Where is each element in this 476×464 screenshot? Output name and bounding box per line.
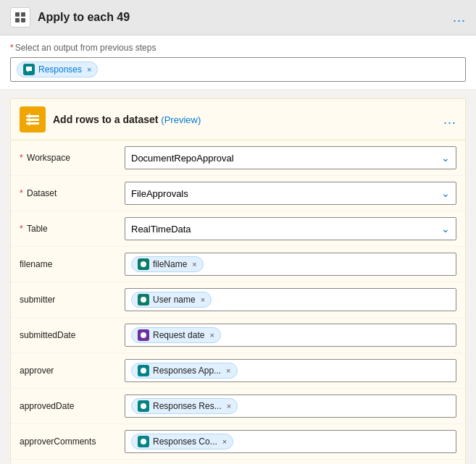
- responses-token[interactable]: Responses ×: [17, 62, 98, 77]
- svg-rect-4: [26, 115, 39, 117]
- token-field-submitter[interactable]: User name×: [125, 288, 456, 311]
- svg-point-9: [141, 297, 146, 303]
- token-label: Responses Co...: [153, 436, 217, 447]
- token-close[interactable]: ×: [209, 331, 214, 339]
- form-label-Table: * Table: [20, 224, 125, 234]
- form-row: submitterUser name×: [11, 282, 465, 318]
- token-icon: [138, 400, 149, 412]
- required-marker: *: [10, 43, 14, 53]
- form-row: submittedDateRequest date×: [11, 318, 465, 353]
- svg-rect-7: [28, 113, 30, 126]
- token-approverComments[interactable]: Responses Co...×: [131, 434, 233, 450]
- svg-point-10: [141, 332, 146, 338]
- form-fields: * WorkspaceDocumentRepoApproval⌄* Datase…: [11, 140, 465, 464]
- card-header: Add rows to a dataset (Preview) ...: [11, 99, 465, 140]
- token-icon: [138, 258, 149, 270]
- responses-token-label: Responses: [38, 64, 82, 75]
- token-close[interactable]: ×: [222, 437, 227, 446]
- card-icon: [20, 106, 46, 132]
- token-label: Responses Res...: [153, 401, 222, 411]
- token-field-approver[interactable]: Responses App...×: [125, 359, 456, 382]
- dropdown-value: DocumentRepoApproval: [131, 153, 234, 164]
- header-more-button[interactable]: ...: [453, 10, 466, 25]
- form-row: approverCommentsResponses Co...×: [11, 424, 465, 460]
- required-star: *: [20, 153, 25, 163]
- output-field[interactable]: Responses ×: [10, 57, 466, 82]
- token-label: Request date: [153, 330, 204, 340]
- svg-rect-5: [26, 119, 39, 121]
- token-submittedDate[interactable]: Request date×: [131, 327, 221, 343]
- svg-point-13: [141, 439, 146, 444]
- dropdown-value: RealTimeData: [131, 224, 191, 235]
- form-row: * DatasetFileApprovals⌄: [11, 176, 465, 211]
- token-label: User name: [153, 295, 196, 305]
- form-label-Dataset: * Dataset: [20, 188, 125, 198]
- token-approver[interactable]: Responses App...×: [131, 363, 238, 379]
- dropdown-Workspace[interactable]: DocumentRepoApproval⌄: [125, 146, 456, 169]
- token-field-approvedDate[interactable]: Responses Res...×: [125, 395, 456, 418]
- svg-rect-2: [15, 18, 20, 22]
- svg-point-11: [141, 368, 146, 374]
- form-row: * WorkspaceDocumentRepoApproval⌄: [11, 140, 465, 176]
- form-row: * TableRealTimeData⌄: [11, 211, 465, 247]
- svg-rect-6: [26, 122, 39, 125]
- card-more-button[interactable]: ...: [443, 112, 456, 127]
- required-star: *: [20, 224, 25, 234]
- form-label-approvedDate: approvedDate: [20, 401, 125, 411]
- add-rows-card: Add rows to a dataset (Preview) ... * Wo…: [10, 98, 466, 464]
- token-field-approverComments[interactable]: Responses Co...×: [125, 430, 456, 453]
- svg-rect-1: [21, 12, 25, 17]
- select-output-label: *Select an output from previous steps: [10, 43, 466, 53]
- header-icon: [10, 7, 30, 28]
- token-close[interactable]: ×: [201, 295, 205, 304]
- responses-token-close[interactable]: ×: [87, 65, 91, 74]
- svg-point-12: [141, 403, 146, 409]
- card-title: Add rows to a dataset (Preview): [53, 114, 436, 125]
- token-filename[interactable]: fileName×: [131, 256, 204, 272]
- dropdown-Dataset[interactable]: FileApprovals⌄: [125, 182, 456, 205]
- responses-token-icon: [23, 64, 35, 75]
- token-close[interactable]: ×: [227, 402, 231, 410]
- form-label-approverComments: approverComments: [20, 436, 125, 447]
- form-label-submittedDate: submittedDate: [20, 330, 125, 340]
- form-row: approvedDateResponses Res...×: [11, 389, 465, 424]
- header-title: Apply to each 49: [38, 11, 446, 24]
- token-icon: [138, 329, 149, 341]
- form-row: approverResponses App...×: [11, 353, 465, 389]
- form-label-filename: filename: [20, 259, 125, 269]
- form-row: filenamefileName×: [11, 247, 465, 282]
- header: Apply to each 49 ...: [0, 0, 476, 35]
- token-close[interactable]: ×: [226, 366, 230, 375]
- required-star: *: [20, 188, 25, 198]
- select-output-section: *Select an output from previous steps Re…: [0, 35, 476, 90]
- dropdown-Table[interactable]: RealTimeData⌄: [125, 217, 456, 240]
- form-label-approver: approver: [20, 366, 125, 376]
- token-icon: [138, 294, 149, 305]
- form-label-Workspace: * Workspace: [20, 153, 125, 163]
- preview-label: (Preview): [161, 114, 201, 125]
- token-field-submittedDate[interactable]: Request date×: [125, 324, 456, 347]
- dropdown-value: FileApprovals: [131, 188, 188, 199]
- token-close[interactable]: ×: [192, 260, 196, 269]
- form-label-submitter: submitter: [20, 295, 125, 305]
- chevron-down-icon: ⌄: [441, 223, 450, 235]
- token-field-filename[interactable]: fileName×: [125, 253, 456, 276]
- token-icon: [138, 365, 149, 376]
- token-approvedDate[interactable]: Responses Res...×: [131, 398, 238, 414]
- form-row: statusSign-off status×: [11, 460, 465, 464]
- chevron-down-icon: ⌄: [441, 152, 450, 164]
- token-submitter[interactable]: User name×: [131, 292, 212, 308]
- token-icon: [138, 436, 149, 447]
- svg-rect-0: [15, 12, 20, 17]
- svg-rect-3: [21, 18, 25, 22]
- svg-point-8: [141, 261, 146, 267]
- chevron-down-icon: ⌄: [441, 187, 450, 199]
- token-label: Responses App...: [153, 366, 221, 376]
- apply-to-each-container: Apply to each 49 ... *Select an output f…: [0, 0, 476, 464]
- token-label: fileName: [153, 259, 187, 269]
